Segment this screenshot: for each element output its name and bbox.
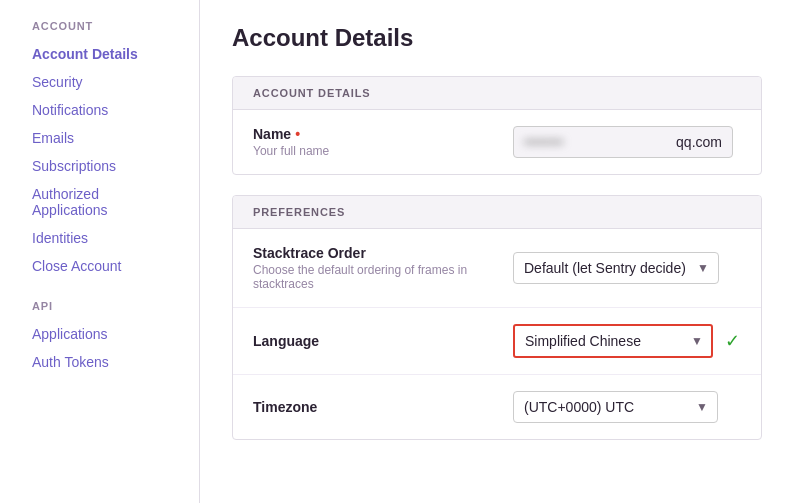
sidebar-account-nav: Account Details Security Notifications E… [16, 40, 183, 280]
sidebar-link-applications[interactable]: Applications [16, 320, 183, 348]
account-details-card: ACCOUNT DETAILS Name • Your full name ••… [232, 76, 762, 175]
stacktrace-select-wrapper: Default (let Sentry decide) Most recent … [513, 252, 719, 284]
sidebar-item-security[interactable]: Security [16, 68, 183, 96]
sidebar-item-applications[interactable]: Applications [16, 320, 183, 348]
sidebar-api-section: API [16, 300, 183, 320]
name-label-group: Name • Your full name [253, 126, 513, 158]
name-label: Name • [253, 126, 513, 142]
stacktrace-label: Stacktrace Order [253, 245, 513, 261]
preferences-card-header: PREFERENCES [233, 196, 761, 229]
page-title: Account Details [232, 24, 762, 52]
sidebar-item-close-account[interactable]: Close Account [16, 252, 183, 280]
language-select-wrapper: Simplified Chinese English French German… [513, 324, 713, 358]
language-label-group: Language [253, 333, 513, 349]
sidebar-link-account-details[interactable]: Account Details [16, 40, 183, 68]
stacktrace-label-group: Stacktrace Order Choose the default orde… [253, 245, 513, 291]
sidebar-account-section: ACCOUNT [16, 20, 183, 40]
sidebar-item-subscriptions[interactable]: Subscriptions [16, 152, 183, 180]
stacktrace-control-group: Default (let Sentry decide) Most recent … [513, 252, 741, 284]
account-details-card-header: ACCOUNT DETAILS [233, 77, 761, 110]
timezone-label-group: Timezone [253, 399, 513, 415]
sidebar-api-nav: Applications Auth Tokens [16, 320, 183, 376]
sidebar-link-identities[interactable]: Identities [16, 224, 183, 252]
sidebar-item-authorized-applications[interactable]: Authorized Applications [16, 180, 183, 224]
timezone-select-wrapper: (UTC+0000) UTC (UTC-0500) Eastern Time (… [513, 391, 718, 423]
sidebar-item-notifications[interactable]: Notifications [16, 96, 183, 124]
sidebar-item-emails[interactable]: Emails [16, 124, 183, 152]
blurred-email: •••••••• [524, 134, 676, 150]
sidebar-link-subscriptions[interactable]: Subscriptions [16, 152, 183, 180]
language-control-group: Simplified Chinese English French German… [513, 324, 741, 358]
name-form-row: Name • Your full name •••••••• qq.com [233, 110, 761, 174]
stacktrace-form-row: Stacktrace Order Choose the default orde… [233, 229, 761, 308]
timezone-select[interactable]: (UTC+0000) UTC (UTC-0500) Eastern Time (… [513, 391, 718, 423]
language-form-row: Language Simplified Chinese English Fren… [233, 308, 761, 375]
sidebar-link-authorized-applications[interactable]: Authorized Applications [16, 180, 183, 224]
main-content: Account Details ACCOUNT DETAILS Name • Y… [200, 0, 794, 503]
name-control-group: •••••••• qq.com [513, 126, 741, 158]
email-suffix: qq.com [676, 134, 722, 150]
language-select[interactable]: Simplified Chinese English French German… [513, 324, 713, 358]
language-saved-checkmark: ✓ [725, 330, 740, 352]
sidebar-link-notifications[interactable]: Notifications [16, 96, 183, 124]
sidebar-link-security[interactable]: Security [16, 68, 183, 96]
stacktrace-select[interactable]: Default (let Sentry decide) Most recent … [513, 252, 719, 284]
sidebar-item-auth-tokens[interactable]: Auth Tokens [16, 348, 183, 376]
sidebar-item-identities[interactable]: Identities [16, 224, 183, 252]
timezone-control-group: (UTC+0000) UTC (UTC-0500) Eastern Time (… [513, 391, 741, 423]
sidebar-item-account-details[interactable]: Account Details [16, 40, 183, 68]
sidebar: ACCOUNT Account Details Security Notific… [0, 0, 200, 503]
timezone-form-row: Timezone (UTC+0000) UTC (UTC-0500) Easte… [233, 375, 761, 439]
name-sublabel: Your full name [253, 144, 513, 158]
sidebar-link-close-account[interactable]: Close Account [16, 252, 183, 280]
preferences-card: PREFERENCES Stacktrace Order Choose the … [232, 195, 762, 440]
sidebar-link-emails[interactable]: Emails [16, 124, 183, 152]
name-input-blurred[interactable]: •••••••• qq.com [513, 126, 733, 158]
stacktrace-sublabel: Choose the default ordering of frames in… [253, 263, 513, 291]
timezone-label: Timezone [253, 399, 513, 415]
sidebar-link-auth-tokens[interactable]: Auth Tokens [16, 348, 183, 376]
language-label: Language [253, 333, 513, 349]
required-indicator: • [295, 126, 300, 142]
